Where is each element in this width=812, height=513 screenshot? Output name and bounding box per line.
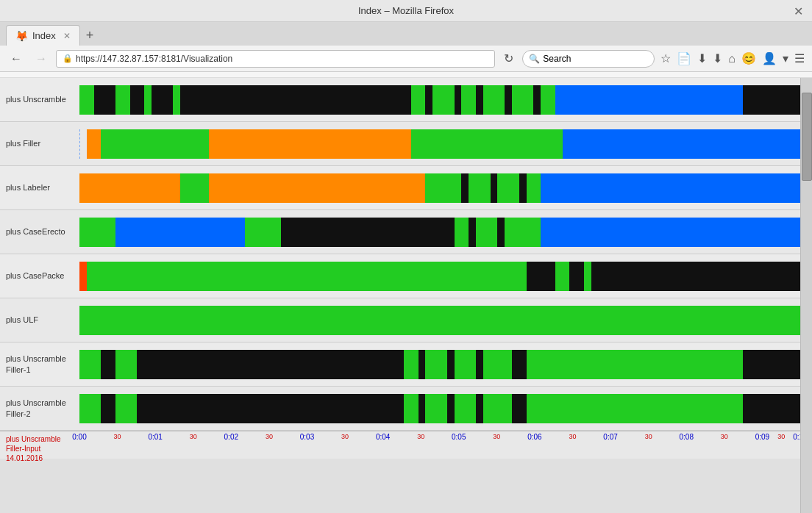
timeline-tick: 30 [266, 433, 273, 440]
bar-segment [476, 85, 483, 115]
bar-segment [497, 218, 505, 247]
bar-segment [541, 173, 800, 203]
browser-addressbar: ← → 🔒 https://147.32.87.157:8181/Visuali… [0, 46, 812, 72]
bar-segment [584, 262, 591, 291]
bar-segment [563, 129, 800, 159]
chart-row: plus Labeler [0, 166, 800, 210]
timeline-tick: 0:03 [300, 433, 314, 441]
pocket-icon[interactable]: ⬇ [696, 50, 708, 67]
bar-segment [455, 394, 476, 423]
menu-icon[interactable]: ☰ [793, 50, 806, 67]
bar-segment [491, 173, 498, 203]
bar-segment [505, 218, 541, 247]
chart-row: plus CasePacke [0, 254, 800, 298]
bar-segment [144, 85, 152, 115]
bar-segment [555, 85, 743, 115]
reload-button[interactable]: ↻ [499, 50, 518, 67]
timeline-label: plus Unscramble Filler-Input14.01.2016 [0, 431, 79, 463]
bar-segment [469, 218, 476, 247]
timeline-tick: 0:07 [603, 433, 617, 441]
chart-container[interactable]: plus Unscrambleplus Fillerplus Labelerpl… [0, 78, 800, 513]
bar-segment [180, 173, 209, 203]
timeline-tick: 30 [341, 433, 349, 440]
bar-segment [476, 218, 497, 247]
bar-segment [505, 85, 512, 115]
close-icon[interactable]: ✕ [794, 4, 803, 18]
bar-segment [419, 394, 426, 423]
bar-segment [419, 350, 426, 379]
bar-segment [79, 394, 101, 423]
bar-segment [411, 129, 563, 159]
bar-segment [455, 218, 469, 247]
back-button[interactable]: ← [6, 51, 26, 67]
bar-segment [87, 262, 94, 291]
bar-segment [411, 85, 426, 115]
row-bars [79, 350, 800, 379]
timeline-row: plus Unscramble Filler-Input14.01.20160:… [0, 431, 800, 459]
bar-segment [425, 173, 461, 203]
timeline-tick: 0:10 [793, 433, 800, 441]
main-content: plus Unscrambleplus Fillerplus Labelerpl… [0, 78, 812, 513]
chart-row: plus Unscramble [0, 78, 800, 122]
timeline-tick: 30 [777, 433, 785, 440]
tab-close-icon[interactable]: ✕ [63, 31, 71, 41]
reader-icon[interactable]: 📄 [675, 50, 693, 67]
timeline-tick: 30 [114, 433, 121, 440]
bar-segment [79, 85, 94, 115]
bar-segment [425, 85, 432, 115]
scrollbar[interactable] [800, 78, 812, 513]
bar-segment [743, 394, 800, 423]
bar-segment [404, 394, 419, 423]
forward-button[interactable]: → [31, 51, 51, 67]
timeline-tick: 30 [417, 433, 424, 440]
timeline-tick: 0:02 [224, 433, 238, 441]
emoji-icon[interactable]: 😊 [740, 50, 758, 67]
bar-segment [130, 85, 145, 115]
bar-segment [79, 218, 115, 247]
timeline-tick: 30 [645, 433, 652, 440]
bar-segment [469, 173, 490, 203]
timeline-tick: 30 [493, 433, 500, 440]
bar-segment [533, 85, 541, 115]
new-tab-button[interactable]: + [80, 25, 100, 46]
timeline-tick: 0:04 [376, 433, 390, 441]
row-bars [79, 394, 800, 423]
download-icon[interactable]: ⬇ [711, 50, 724, 67]
scrollbar-thumb[interactable] [802, 93, 812, 181]
bar-segment [425, 394, 446, 423]
chart-row: plus Unscramble Filler-2 [0, 387, 800, 431]
bar-segment [497, 173, 519, 203]
search-icon: 🔍 [529, 54, 540, 64]
bar-segment [79, 262, 87, 291]
row-label: plus ULF [0, 312, 79, 328]
bar-segment [281, 218, 454, 247]
bar-segment [425, 350, 446, 379]
row-bars [79, 85, 800, 115]
toolbar-icons: ☆ 📄 ⬇ ⬇ ⌂ 😊 👤 ▾ ☰ [659, 50, 806, 67]
address-bar[interactable]: 🔒 https://147.32.87.157:8181/Visualizati… [56, 50, 495, 68]
timeline-tick: 0:00 [72, 433, 86, 441]
home-icon[interactable]: ⌂ [727, 51, 737, 67]
bar-segment [79, 306, 800, 335]
search-bar[interactable]: 🔍 Search [522, 50, 655, 68]
row-label: plus Labeler [0, 179, 79, 195]
timeline-tick: 30 [569, 433, 577, 440]
bar-segment [483, 350, 512, 379]
bar-segment [209, 173, 425, 203]
bar-segment [476, 394, 483, 423]
star-icon[interactable]: ☆ [659, 50, 672, 67]
bar-segment [79, 173, 180, 203]
bar-segment [101, 129, 209, 159]
chevron-down-icon[interactable]: ▾ [781, 50, 790, 67]
bar-segment [87, 129, 102, 159]
row-label: plus CasePacke [0, 268, 79, 284]
bar-segment [447, 350, 455, 379]
row-bars [79, 129, 800, 159]
sync-icon[interactable]: 👤 [761, 50, 778, 67]
row-bars [79, 218, 800, 247]
bar-segment [137, 350, 404, 379]
bar-segment [512, 394, 527, 423]
bar-segment [180, 85, 411, 115]
timeline-tick: 0:06 [527, 433, 541, 441]
tab-index[interactable]: 🦊 Index ✕ [6, 25, 80, 46]
